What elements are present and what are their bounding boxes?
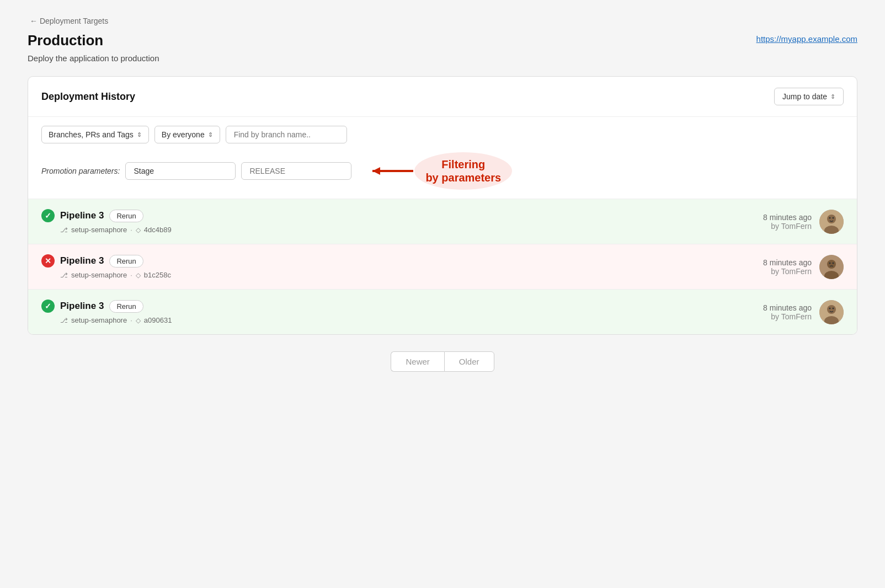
- deploy-time: 8 minutes ago: [763, 303, 812, 312]
- time-info: 8 minutes ago by TomFern: [763, 258, 812, 276]
- deploy-user: by TomFern: [763, 222, 812, 231]
- pipeline-right: 8 minutes ago by TomFern: [763, 300, 844, 324]
- user-filter-label: By everyone: [162, 130, 205, 139]
- pipeline-name: Pipeline 3: [60, 210, 104, 221]
- success-status-icon: ✓: [41, 300, 55, 313]
- pipeline-top: ✓ Pipeline 3 Rerun: [41, 300, 172, 313]
- user-filter-select[interactable]: By everyone ⇕: [154, 126, 220, 143]
- table-row: ✓ Pipeline 3 Rerun ⎇ setup-semaphore · ◇…: [28, 199, 857, 244]
- pipeline-meta: ⎇ setup-semaphore · ◇ a090631: [41, 316, 172, 324]
- page-header: Production https://myapp.example.com: [28, 32, 857, 49]
- page-title: Production: [28, 32, 103, 49]
- svg-point-5: [829, 217, 831, 218]
- deploy-user: by TomFern: [763, 312, 812, 321]
- separator: ·: [130, 226, 132, 234]
- separator: ·: [130, 316, 132, 324]
- jump-to-date-label: Jump to date: [782, 92, 827, 101]
- promo-params-label: Promotion parameters:: [41, 167, 120, 175]
- branch-search-input[interactable]: [226, 126, 347, 143]
- rerun-button[interactable]: Rerun: [109, 210, 143, 222]
- back-link[interactable]: ← Deployment Targets: [28, 17, 857, 25]
- commit-icon: ◇: [136, 226, 141, 234]
- pipeline-list: ✓ Pipeline 3 Rerun ⎇ setup-semaphore · ◇…: [28, 199, 857, 334]
- pipeline-top: ✓ Pipeline 3 Rerun: [41, 209, 172, 222]
- branch-icon: ⎇: [60, 317, 68, 324]
- failure-status-icon: ✕: [41, 254, 55, 268]
- page-url-link[interactable]: https://myapp.example.com: [756, 32, 857, 44]
- branch-icon: ⎇: [60, 271, 68, 279]
- commit-icon: ◇: [136, 271, 141, 279]
- rerun-button[interactable]: Rerun: [109, 300, 143, 313]
- pipeline-info: ✓ Pipeline 3 Rerun ⎇ setup-semaphore · ◇…: [41, 209, 172, 234]
- page-description: Deploy the application to production: [28, 54, 857, 63]
- annotation-text: Filtering by parameters: [414, 152, 512, 190]
- svg-point-11: [833, 262, 834, 264]
- back-link-label: ← Deployment Targets: [30, 17, 108, 25]
- older-button[interactable]: Older: [444, 351, 494, 372]
- time-info: 8 minutes ago by TomFern: [763, 303, 812, 321]
- pipeline-right: 8 minutes ago by TomFern: [763, 255, 844, 279]
- svg-point-6: [833, 217, 834, 218]
- card-header: Deployment History Jump to date ⇕: [28, 77, 857, 117]
- jump-to-date-arrows-icon: ⇕: [830, 93, 835, 100]
- branch-name: setup-semaphore: [71, 271, 127, 279]
- avatar: [819, 210, 844, 234]
- pipeline-right: 8 minutes ago by TomFern: [763, 210, 844, 234]
- deploy-time: 8 minutes ago: [763, 258, 812, 267]
- annotation-arrow-icon: [365, 164, 414, 178]
- table-row: ✕ Pipeline 3 Rerun ⎇ setup-semaphore · ◇…: [28, 244, 857, 289]
- user-filter-arrows-icon: ⇕: [208, 131, 213, 138]
- avatar: [819, 300, 844, 324]
- pipeline-info: ✓ Pipeline 3 Rerun ⎇ setup-semaphore · ◇…: [41, 300, 172, 324]
- commit-hash: b1c258c: [144, 271, 171, 279]
- annotation-area: Filtering by parameters: [365, 152, 512, 190]
- svg-marker-1: [372, 167, 380, 175]
- pipeline-meta: ⎇ setup-semaphore · ◇ b1c258c: [41, 271, 171, 279]
- branch-filter-select[interactable]: Branches, PRs and Tags ⇕: [41, 126, 149, 143]
- pagination: Newer Older: [28, 335, 857, 383]
- card-title: Deployment History: [41, 91, 135, 103]
- svg-point-3: [827, 215, 836, 223]
- time-info: 8 minutes ago by TomFern: [763, 213, 812, 231]
- newer-button[interactable]: Newer: [391, 351, 444, 372]
- branch-filter-label: Branches, PRs and Tags: [49, 130, 134, 139]
- deploy-time: 8 minutes ago: [763, 213, 812, 222]
- deployment-history-card: Deployment History Jump to date ⇕ Branch…: [28, 76, 857, 335]
- deploy-user: by TomFern: [763, 267, 812, 276]
- svg-point-15: [829, 307, 831, 309]
- commit-hash: a090631: [144, 316, 172, 324]
- branch-name: setup-semaphore: [71, 226, 127, 234]
- jump-to-date-button[interactable]: Jump to date ⇕: [774, 88, 844, 105]
- promotion-params-row: Promotion parameters: Filtering by param…: [28, 150, 857, 199]
- pipeline-info: ✕ Pipeline 3 Rerun ⎇ setup-semaphore · ◇…: [41, 254, 171, 279]
- branch-icon: ⎇: [60, 226, 68, 234]
- pipeline-name: Pipeline 3: [60, 301, 104, 312]
- svg-point-10: [829, 262, 831, 264]
- rerun-button[interactable]: Rerun: [109, 255, 143, 268]
- commit-hash: 4dc4b89: [144, 226, 172, 234]
- svg-point-13: [827, 305, 836, 314]
- svg-point-16: [833, 307, 834, 309]
- pipeline-name: Pipeline 3: [60, 255, 104, 266]
- promo-stage-input[interactable]: [125, 162, 236, 180]
- table-row: ✓ Pipeline 3 Rerun ⎇ setup-semaphore · ◇…: [28, 289, 857, 334]
- branch-filter-arrows-icon: ⇕: [137, 131, 142, 138]
- svg-point-8: [827, 260, 836, 269]
- avatar: [819, 255, 844, 279]
- pipeline-meta: ⎇ setup-semaphore · ◇ 4dc4b89: [41, 226, 172, 234]
- pipeline-top: ✕ Pipeline 3 Rerun: [41, 254, 171, 268]
- success-status-icon: ✓: [41, 209, 55, 222]
- commit-icon: ◇: [136, 317, 141, 324]
- filters-row: Branches, PRs and Tags ⇕ By everyone ⇕: [28, 117, 857, 150]
- branch-name: setup-semaphore: [71, 316, 127, 324]
- promo-release-input[interactable]: [241, 162, 351, 180]
- separator: ·: [130, 271, 132, 279]
